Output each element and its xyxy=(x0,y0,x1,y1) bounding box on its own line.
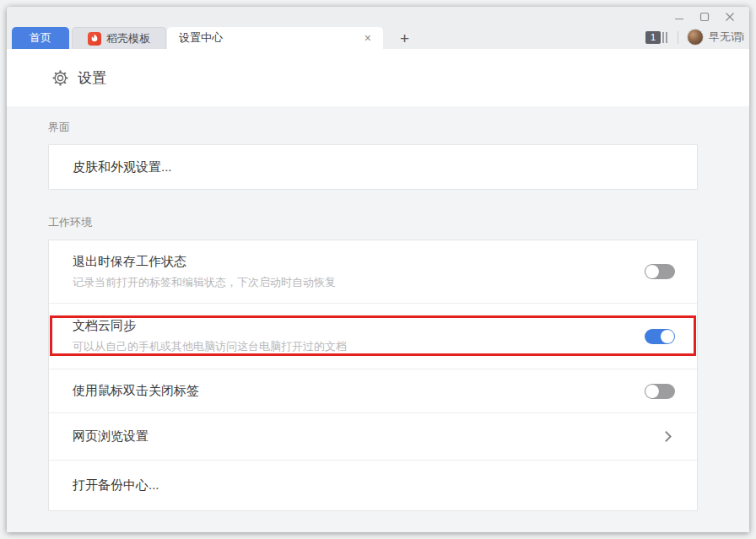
divider xyxy=(678,31,678,44)
section-label-components: 组件管理 xyxy=(48,511,698,532)
cloud-sync-toggle[interactable] xyxy=(645,329,675,344)
tab-list-icon[interactable] xyxy=(662,32,667,43)
toggle-knob xyxy=(645,385,659,398)
tab-home-label: 首页 xyxy=(30,30,51,46)
row-subtitle: 可以从自己的手机或其他电脑访问这台电脑打开过的文档 xyxy=(73,339,645,354)
new-tab-button[interactable]: + xyxy=(395,30,414,46)
settings-body: 界面 皮肤和外观设置... 工作环境 退出时保存工作状态 记录当前打开的标签和编… xyxy=(7,106,749,532)
row-title: 文档云同步 xyxy=(73,318,645,334)
page-title: 设置 xyxy=(78,68,106,88)
row-save-state-on-exit[interactable]: 退出时保存工作状态 记录当前打开的标签和编辑状态，下次启动时自动恢复 xyxy=(49,240,697,303)
section-label-interface: 界面 xyxy=(48,106,698,135)
row-web-browsing-settings[interactable]: 网页浏览设置 xyxy=(49,412,697,460)
double-click-close-toggle[interactable] xyxy=(645,384,675,399)
tab-count-badge[interactable]: 1 xyxy=(645,31,661,44)
row-title: 退出时保存工作状态 xyxy=(73,254,645,270)
settings-page: 设置 界面 皮肤和外观设置... 工作环境 退出时保存工作状态 xyxy=(7,49,749,532)
tabbar-right-cluster: 1 早无谓i xyxy=(645,27,744,47)
user-name[interactable]: 早无谓i xyxy=(709,30,744,45)
maximize-button[interactable] xyxy=(692,8,717,25)
app-window: 首页 稻壳模板 设置中心 × + 1 早无谓i xyxy=(7,7,749,532)
save-state-toggle[interactable] xyxy=(645,264,675,279)
tab-docer-templates[interactable]: 稻壳模板 xyxy=(72,27,166,49)
tab-bar: 首页 稻壳模板 设置中心 × + 1 早无谓i xyxy=(7,27,749,49)
tab-settings-label: 设置中心 xyxy=(179,30,223,46)
toggle-knob xyxy=(661,330,674,343)
row-double-click-close-tab[interactable]: 使用鼠标双击关闭标签 xyxy=(49,369,697,412)
section-label-work-env: 工作环境 xyxy=(48,190,698,230)
interface-card: 皮肤和外观设置... xyxy=(48,144,698,190)
toggle-knob xyxy=(645,265,659,278)
row-title: 使用鼠标双击关闭标签 xyxy=(73,383,645,399)
docer-flame-icon xyxy=(88,32,101,46)
user-avatar[interactable] xyxy=(687,29,704,46)
row-skin-appearance[interactable]: 皮肤和外观设置... xyxy=(49,145,697,189)
tab-close-icon[interactable]: × xyxy=(361,30,375,46)
work-env-card: 退出时保存工作状态 记录当前打开的标签和编辑状态，下次启动时自动恢复 文档云同步… xyxy=(48,240,698,511)
close-button[interactable] xyxy=(717,8,742,25)
desktop-background: 首页 稻壳模板 设置中心 × + 1 早无谓i xyxy=(0,0,756,539)
title-bar xyxy=(7,7,749,27)
row-subtitle: 记录当前打开的标签和编辑状态，下次启动时自动恢复 xyxy=(73,275,645,290)
row-document-cloud-sync[interactable]: 文档云同步 可以从自己的手机或其他电脑访问这台电脑打开过的文档 xyxy=(49,303,697,369)
tab-home[interactable]: 首页 xyxy=(12,27,69,49)
row-title: 网页浏览设置 xyxy=(73,429,661,445)
chevron-right-icon xyxy=(661,429,675,444)
minimize-button[interactable] xyxy=(667,8,692,25)
row-title: 皮肤和外观设置... xyxy=(73,159,675,175)
tab-docer-label: 稻壳模板 xyxy=(106,31,150,46)
tab-settings-center[interactable]: 设置中心 × xyxy=(167,27,383,49)
row-open-backup-center[interactable]: 打开备份中心... xyxy=(49,460,697,510)
row-title: 打开备份中心... xyxy=(73,477,675,493)
page-header: 设置 xyxy=(7,49,749,106)
gear-icon xyxy=(52,70,68,86)
